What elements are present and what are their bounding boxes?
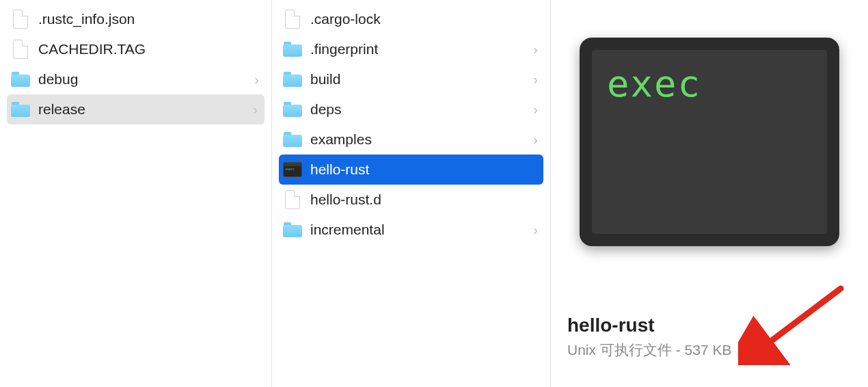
folder-icon — [283, 100, 302, 119]
chevron-right-icon: › — [533, 72, 542, 88]
file-row[interactable]: .cargo-lock — [272, 4, 550, 34]
chevron-right-icon: › — [533, 132, 542, 148]
exec-icon: exec — [283, 160, 302, 179]
chevron-right-icon: › — [254, 72, 263, 88]
file-row-hello-rust[interactable]: exec hello-rust — [279, 155, 543, 185]
folder-icon — [283, 130, 302, 149]
preview-column: exec hello-rust Unix 可执行文件 - 537 KB — [551, 0, 868, 387]
column-target: .rustc_info.json CACHEDIR.TAG debug › re… — [0, 0, 272, 387]
preview-thumbnail: exec — [580, 38, 839, 246]
folder-row[interactable]: incremental › — [272, 215, 550, 245]
chevron-right-icon: › — [253, 102, 262, 118]
file-label: .cargo-lock — [310, 11, 542, 27]
file-label: hello-rust.d — [310, 191, 542, 208]
folder-icon — [11, 70, 30, 89]
column-release: .cargo-lock .fingerprint › build › deps … — [272, 0, 551, 387]
finder-columns: .rustc_info.json CACHEDIR.TAG debug › re… — [0, 0, 868, 387]
file-row[interactable]: CACHEDIR.TAG — [0, 34, 271, 64]
file-label: .rustc_info.json — [38, 11, 263, 27]
chevron-right-icon: › — [533, 102, 542, 118]
svg-line-1 — [757, 289, 841, 351]
folder-row[interactable]: examples › — [272, 124, 550, 155]
document-icon — [283, 10, 302, 29]
folder-icon — [283, 40, 302, 59]
folder-label: build — [310, 71, 533, 88]
folder-label: incremental — [310, 222, 533, 238]
preview-terminal: exec — [592, 50, 827, 234]
folder-icon — [283, 70, 302, 89]
folder-label: debug — [38, 71, 254, 88]
document-icon — [11, 40, 30, 59]
chevron-right-icon: › — [533, 222, 542, 238]
preview-separator: - — [672, 342, 685, 358]
document-icon — [283, 190, 302, 209]
folder-label: .fingerprint — [310, 41, 533, 57]
folder-row[interactable]: deps › — [272, 94, 550, 124]
preview-kind: Unix 可执行文件 — [567, 342, 672, 358]
folder-row-debug[interactable]: debug › — [0, 64, 271, 94]
file-row[interactable]: hello-rust.d — [272, 185, 550, 215]
document-icon — [11, 10, 30, 29]
preview-size: 537 KB — [685, 342, 732, 358]
preview-metadata: hello-rust Unix 可执行文件 - 537 KB — [567, 315, 731, 360]
preview-kind-size: Unix 可执行文件 - 537 KB — [567, 341, 731, 360]
folder-row[interactable]: .fingerprint › — [272, 34, 550, 64]
file-label: CACHEDIR.TAG — [38, 41, 263, 57]
folder-row[interactable]: build › — [272, 64, 550, 94]
folder-label: examples — [310, 131, 533, 148]
folder-icon — [283, 220, 302, 239]
file-row[interactable]: .rustc_info.json — [0, 4, 271, 34]
exec-badge-text: exec — [607, 62, 812, 105]
file-label: hello-rust — [310, 161, 541, 178]
chevron-right-icon: › — [533, 42, 542, 57]
folder-label: release — [38, 101, 253, 118]
annotation-arrow-icon — [738, 283, 847, 365]
folder-row-release[interactable]: release › — [7, 94, 265, 124]
preview-filename: hello-rust — [567, 315, 731, 336]
folder-icon — [11, 100, 30, 119]
folder-label: deps — [310, 101, 533, 118]
